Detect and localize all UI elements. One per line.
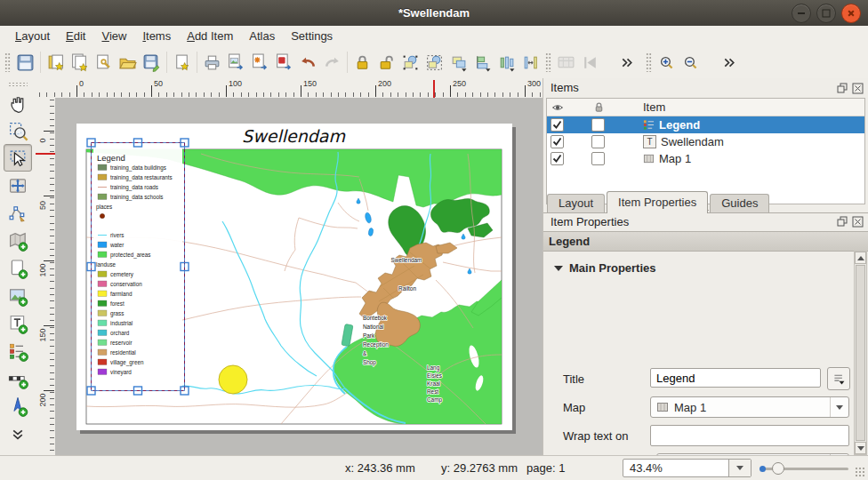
close-panel-icon[interactable] bbox=[852, 216, 864, 228]
ruler-label: 200 bbox=[378, 79, 391, 88]
items-row-swellendam[interactable]: T Swellendam bbox=[547, 133, 864, 150]
lock-items-button[interactable] bbox=[350, 51, 374, 75]
save-as-button[interactable] bbox=[140, 51, 164, 75]
cursor-position-marker bbox=[433, 80, 435, 98]
raise-items-button[interactable] bbox=[446, 51, 470, 75]
data-defined-override-button[interactable] bbox=[827, 367, 850, 390]
legend-title: Legend bbox=[97, 153, 125, 163]
zoom-level-combo[interactable]: 43.4% bbox=[623, 459, 751, 477]
add-shape-tool[interactable] bbox=[4, 254, 32, 282]
zoom-out-button[interactable] bbox=[679, 51, 703, 75]
window-resize-grip[interactable] bbox=[855, 467, 865, 477]
map-combo[interactable]: Map 1 bbox=[650, 396, 849, 418]
svg-text:&: & bbox=[363, 350, 367, 356]
export-svg-button[interactable] bbox=[248, 51, 272, 75]
add-picture-tool[interactable] bbox=[4, 282, 32, 309]
visibility-checkbox[interactable] bbox=[551, 118, 564, 132]
export-image-button[interactable] bbox=[224, 51, 248, 75]
export-pdf-button[interactable] bbox=[272, 51, 296, 75]
unlock-items-button[interactable] bbox=[374, 51, 398, 75]
scroll-down-button[interactable] bbox=[855, 442, 866, 454]
lock-checkbox[interactable] bbox=[591, 135, 605, 148]
visibility-checkbox[interactable] bbox=[551, 152, 564, 165]
add-pages-button[interactable] bbox=[170, 51, 194, 75]
properties-scrollbar[interactable] bbox=[854, 251, 867, 455]
toolbar-grip[interactable] bbox=[8, 82, 28, 87]
page[interactable]: Swellendam bbox=[76, 124, 512, 430]
float-panel-icon[interactable] bbox=[837, 216, 848, 228]
items-row-legend[interactable]: Legend bbox=[547, 116, 864, 133]
zoom-in-button[interactable] bbox=[655, 51, 679, 75]
map-combo-value: Map 1 bbox=[674, 401, 706, 414]
tab-guides[interactable]: Guides bbox=[710, 194, 769, 212]
align-items-button[interactable] bbox=[470, 51, 494, 75]
more-tools-chevron[interactable] bbox=[4, 420, 32, 447]
menu-add-item[interactable]: Add Item bbox=[179, 28, 241, 44]
zoom-slider[interactable] bbox=[763, 468, 848, 470]
title-bar: *Swellendam bbox=[0, 0, 868, 26]
menu-settings[interactable]: Settings bbox=[283, 28, 341, 44]
resize-items-button[interactable] bbox=[518, 51, 542, 75]
close-button[interactable] bbox=[841, 4, 861, 23]
save-button[interactable] bbox=[13, 51, 37, 75]
zoom-slider-handle[interactable] bbox=[772, 462, 784, 475]
float-panel-icon[interactable] bbox=[837, 83, 848, 94]
layout-canvas[interactable]: Swellendam bbox=[55, 98, 542, 456]
tab-layout[interactable]: Layout bbox=[547, 194, 605, 212]
toolbar-overflow-button[interactable] bbox=[615, 51, 639, 75]
toolbar-grip[interactable] bbox=[4, 52, 11, 72]
menu-layout[interactable]: Layout bbox=[7, 28, 58, 44]
add-north-arrow-tool[interactable] bbox=[4, 392, 32, 420]
undo-button[interactable] bbox=[296, 51, 320, 75]
close-panel-icon[interactable] bbox=[852, 83, 864, 94]
lock-checkbox[interactable] bbox=[591, 118, 605, 132]
minimize-button[interactable] bbox=[792, 4, 811, 23]
pan-tool[interactable] bbox=[4, 89, 32, 116]
layout-manager-button[interactable] bbox=[92, 51, 116, 75]
maximize-button[interactable] bbox=[816, 4, 836, 23]
zoom-tool[interactable] bbox=[4, 116, 32, 144]
window-title: *Swellendam bbox=[398, 6, 470, 20]
open-layout-button[interactable] bbox=[116, 51, 140, 75]
legend-item[interactable]: Legend training_data buildings training_… bbox=[87, 139, 189, 395]
add-map-tool[interactable] bbox=[4, 227, 32, 254]
ungroup-items-button[interactable] bbox=[422, 51, 446, 75]
menu-atlas[interactable]: Atlas bbox=[241, 28, 283, 44]
duplicate-layout-button[interactable] bbox=[68, 51, 92, 75]
atlas-preview-button[interactable] bbox=[554, 51, 578, 75]
cursor-x-readout: x: 243.36 mm bbox=[345, 461, 415, 475]
svg-text:Lang: Lang bbox=[427, 364, 440, 372]
svg-text:orchard: orchard bbox=[110, 330, 130, 336]
group-items-button[interactable] bbox=[398, 51, 422, 75]
move-item-content-tool[interactable] bbox=[4, 172, 32, 199]
select-move-item-tool[interactable] bbox=[4, 144, 32, 172]
main-properties-section[interactable]: Main Properties bbox=[554, 261, 656, 275]
redo-button[interactable] bbox=[320, 51, 344, 75]
visibility-checkbox[interactable] bbox=[551, 135, 564, 148]
print-button[interactable] bbox=[200, 51, 224, 75]
title-input[interactable] bbox=[650, 368, 821, 388]
scroll-up-button[interactable] bbox=[855, 252, 866, 264]
add-legend-tool[interactable] bbox=[4, 337, 32, 364]
edit-nodes-tool[interactable] bbox=[4, 199, 32, 227]
toolbar-grip[interactable] bbox=[646, 52, 652, 72]
svg-text:forest: forest bbox=[110, 300, 125, 307]
wrap-text-input[interactable] bbox=[650, 425, 849, 446]
menu-view[interactable]: View bbox=[93, 28, 134, 44]
atlas-first-feature-button[interactable] bbox=[578, 51, 602, 75]
add-label-tool[interactable] bbox=[4, 309, 32, 337]
new-layout-button[interactable] bbox=[44, 51, 68, 75]
tab-item-properties[interactable]: Item Properties bbox=[607, 191, 708, 213]
menu-edit[interactable]: Edit bbox=[58, 28, 93, 44]
menu-items[interactable]: Items bbox=[134, 28, 179, 44]
toolbar-overflow-button-2[interactable] bbox=[717, 51, 741, 75]
toolbar-grip[interactable] bbox=[545, 52, 551, 72]
map-item[interactable]: Swellendam bbox=[76, 124, 512, 430]
svg-text:training_data buildings: training_data buildings bbox=[110, 164, 166, 172]
add-scalebar-tool[interactable] bbox=[4, 364, 32, 392]
distribute-items-button[interactable] bbox=[494, 51, 518, 75]
items-row-map1[interactable]: Map 1 bbox=[547, 150, 864, 167]
scrollbar-thumb[interactable] bbox=[856, 265, 865, 441]
map-title-label[interactable]: Swellendam bbox=[242, 126, 345, 146]
lock-checkbox[interactable] bbox=[591, 152, 605, 165]
